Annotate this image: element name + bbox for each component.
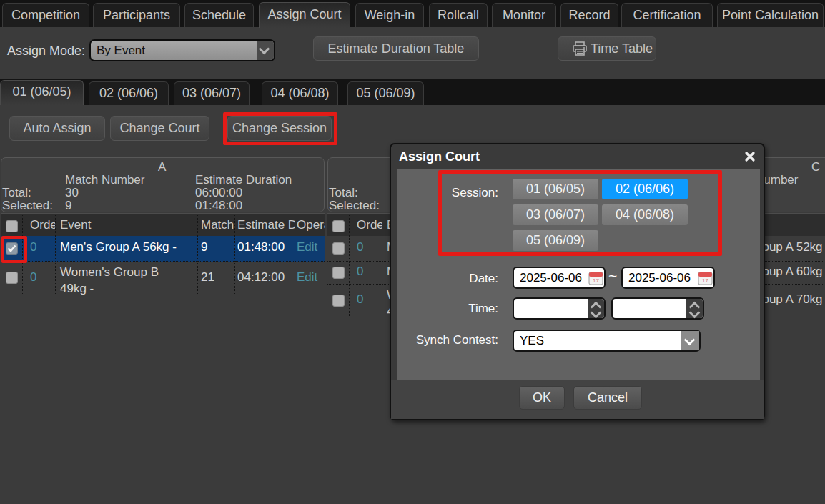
svg-text:17: 17	[593, 277, 599, 284]
svg-text:17: 17	[702, 277, 708, 284]
